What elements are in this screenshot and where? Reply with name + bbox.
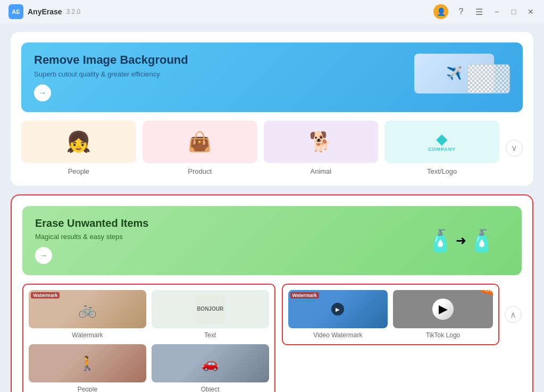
minimize-button[interactable]: − xyxy=(492,7,501,16)
category-animal-label: Animal xyxy=(311,167,332,175)
banner-image: ✈️ xyxy=(404,54,510,101)
close-button[interactable]: ✕ xyxy=(526,7,535,16)
banner-arrow-button[interactable]: → xyxy=(34,84,51,101)
video-watermark-label: Video Watermark xyxy=(313,331,362,339)
erase-items-banner: Erase Unwanted Items Magical results & e… xyxy=(22,206,522,275)
erase-text[interactable]: BONJOUR Text xyxy=(152,290,269,339)
app-branding: AE AnyErase 3.2.0 xyxy=(9,4,80,19)
banner-text: Remove Image Background Superb cutout qu… xyxy=(34,53,188,101)
menu-icon[interactable]: ☰ xyxy=(474,6,484,17)
text-label: Text xyxy=(204,331,216,339)
help-icon[interactable]: ? xyxy=(456,6,466,17)
erase-items-section: Erase Unwanted Items Magical results & e… xyxy=(11,194,533,392)
play-icon: ▶ xyxy=(331,303,344,316)
erase-banner-subtitle: Magical results & easy steps xyxy=(35,233,148,241)
textlogo-thumb: ◆ COMPANY xyxy=(384,121,499,163)
category-grid: 👧 People 👜 Product 🐕 Animal xyxy=(21,121,523,175)
erase-tiktok[interactable]: HOT! ▶ TikTok Logo xyxy=(393,290,493,339)
expand-categories-button[interactable]: ∨ xyxy=(506,140,523,157)
erase-people[interactable]: 🚶 People xyxy=(29,344,146,392)
erase-items-right-panel: Watermark ▶ Video Watermark HOT! ▶ TikTo… xyxy=(282,284,500,345)
object-thumb: 🚗 xyxy=(152,344,269,382)
category-product[interactable]: 👜 Product xyxy=(143,121,257,175)
app-name: AnyErase xyxy=(28,7,62,16)
people-erase-label: People xyxy=(78,386,97,392)
titlebar-controls: 👤 ? ☰ − □ ✕ xyxy=(433,4,535,19)
main-content: Remove Image Background Superb cutout qu… xyxy=(0,23,544,392)
product-thumb: 👜 xyxy=(143,121,257,163)
object-label: Object xyxy=(201,386,220,392)
tiktok-thumb: HOT! ▶ xyxy=(393,290,493,328)
erase-items-left-panel: Watermark 🚲 Watermark BONJOUR Text 🚶 xyxy=(22,284,275,392)
cutout-preview xyxy=(467,64,510,93)
erase-object[interactable]: 🚗 Object xyxy=(152,344,269,392)
erase-banner-title: Erase Unwanted Items xyxy=(35,217,148,229)
erase-watermark[interactable]: Watermark 🚲 Watermark xyxy=(29,290,146,339)
category-people[interactable]: 👧 People xyxy=(21,121,136,175)
erase-video-watermark[interactable]: Watermark ▶ Video Watermark xyxy=(288,290,388,339)
category-textlogo-label: Text/Logo xyxy=(427,167,457,175)
erase-items-right-area: Watermark ▶ Video Watermark HOT! ▶ TikTo… xyxy=(282,284,522,345)
category-people-label: People xyxy=(68,167,89,175)
app-version: 3.2.0 xyxy=(66,8,81,15)
watermark-thumb: Watermark 🚲 xyxy=(29,290,146,328)
erase-banner-image: 🧴 ➜ 🧴 xyxy=(413,217,509,265)
people-erase-thumb: 🚶 xyxy=(29,344,146,382)
erase-banner-text: Erase Unwanted Items Magical results & e… xyxy=(35,217,148,264)
text-thumb: BONJOUR xyxy=(152,290,269,328)
maximize-button[interactable]: □ xyxy=(509,7,518,16)
remove-bg-banner: Remove Image Background Superb cutout qu… xyxy=(21,42,523,112)
banner-subtitle: Superb cutout quality & greater efficien… xyxy=(34,70,188,78)
category-animal[interactable]: 🐕 Animal xyxy=(264,121,379,175)
category-product-label: Product xyxy=(188,167,212,175)
hot-badge: HOT! xyxy=(480,290,493,296)
company-logo-icon: ◆ COMPANY xyxy=(428,132,456,152)
watermark-label: Watermark xyxy=(72,331,103,339)
tiktok-label: TikTok Logo xyxy=(426,331,460,339)
user-avatar-icon[interactable]: 👤 xyxy=(433,4,448,19)
erase-banner-arrow-button[interactable]: → xyxy=(35,247,52,264)
video-watermark-thumb: Watermark ▶ xyxy=(288,290,388,328)
tiktok-logo-icon: ▶ xyxy=(432,299,454,320)
banner-title: Remove Image Background xyxy=(34,53,188,67)
titlebar: AE AnyErase 3.2.0 👤 ? ☰ − □ ✕ xyxy=(0,0,544,23)
animal-thumb: 🐕 xyxy=(264,121,379,163)
app-logo: AE xyxy=(9,4,23,19)
erase-grid: Watermark 🚲 Watermark BONJOUR Text 🚶 xyxy=(22,284,522,392)
collapse-erase-button[interactable]: ∧ xyxy=(505,306,522,323)
remove-background-section: Remove Image Background Superb cutout qu… xyxy=(11,32,533,186)
people-thumb: 👧 xyxy=(21,121,136,163)
category-textlogo[interactable]: ◆ COMPANY Text/Logo xyxy=(384,121,499,175)
